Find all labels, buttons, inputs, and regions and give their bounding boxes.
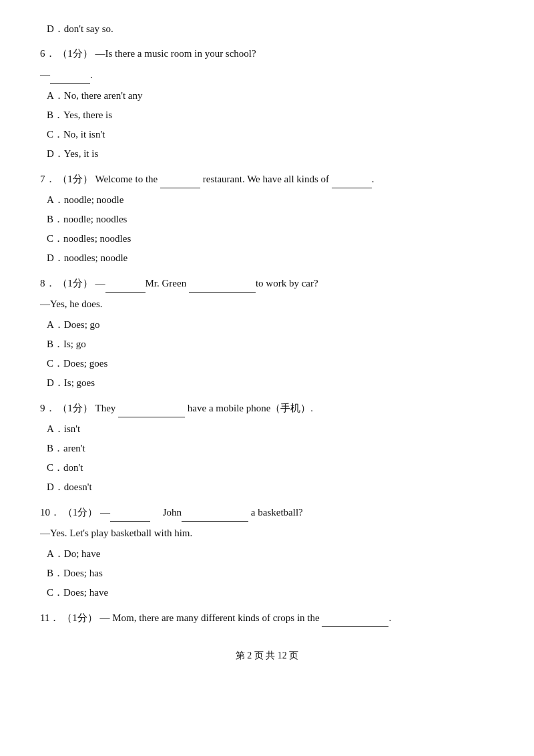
q6-option-b: B．Yes, there is — [47, 106, 494, 124]
q10-option-c-text: C．Does; have — [47, 587, 108, 598]
q6-option-b-text: B．Yes, there is — [47, 110, 112, 120]
q6-answer-line: — . — [40, 65, 494, 84]
q7-option-a: A．noodle; noodle — [47, 191, 494, 209]
q7-option-a-text: A．noodle; noodle — [47, 194, 123, 205]
q7-option-c-text: C．noodles; noodles — [47, 233, 131, 244]
q6-option-d-text: D．Yes, it is — [47, 148, 98, 159]
q9-stem: They have a mobile phone（手机）. — [95, 403, 314, 413]
q6-blank — [50, 65, 90, 84]
q9-option-c: C．don't — [47, 459, 494, 477]
q9-option-d: D．doesn't — [47, 478, 494, 496]
q8-option-b-text: B．Is; go — [47, 339, 86, 349]
q7-option-b: B．noodle; noodles — [47, 210, 494, 228]
q10-option-a-text: A．Do; have — [47, 548, 100, 559]
q8-option-c-text: C．Does; goes — [47, 358, 107, 369]
q7-blank1 — [160, 170, 200, 188]
q6-title: 6． （1分） —Is there a music room in your s… — [40, 45, 494, 63]
question-6: 6． （1分） —Is there a music room in your s… — [40, 45, 494, 163]
q7-stem: Welcome to the restaurant. We have all k… — [95, 174, 374, 184]
q8-blank1 — [105, 274, 146, 293]
q10-option-c: C．Does; have — [47, 584, 494, 602]
q10-number: 10． — [40, 507, 60, 518]
q10-second-line: —Yes. Let's play basketball with him. — [40, 528, 192, 538]
question-11: 11． （1分） — Mom, there are many different… — [40, 608, 494, 627]
q8-title: 8． （1分） — Mr. Green to work by car? — [40, 274, 494, 293]
q6-option-a-text: A．No, there aren't any — [47, 90, 142, 101]
q8-option-d-text: D．Is; goes — [47, 377, 95, 388]
q11-title: 11． （1分） — Mom, there are many different… — [40, 608, 494, 627]
q6-score: （1分） — [57, 48, 93, 59]
question-9: 9． （1分） They have a mobile phone（手机）. A．… — [40, 399, 494, 496]
q6-option-c-text: C．No, it isn't — [47, 129, 105, 140]
q8-option-a: A．Does; go — [47, 316, 494, 334]
q9-option-c-text: C．don't — [47, 462, 83, 473]
prev-d-option: D．don't say so. — [40, 20, 494, 38]
q9-score: （1分） — [57, 403, 93, 413]
q11-score: （1分） — [62, 612, 97, 623]
q6-option-a: A．No, there aren't any — [47, 87, 494, 105]
q6-stem: —Is there a music room in your school? — [95, 48, 256, 59]
q9-blank1 — [118, 399, 185, 417]
q8-option-c: C．Does; goes — [47, 355, 494, 373]
q8-answer-line: —Yes, he does. — [40, 295, 494, 313]
option-d-prev: D．don't say so. — [47, 20, 494, 38]
q7-option-d-text: D．noodles; noodle — [47, 252, 127, 263]
q8-number: 8． — [40, 278, 55, 289]
option-d-prev-text: D．don't say so. — [47, 23, 113, 34]
q11-stem: — Mom, there are many different kinds of… — [99, 612, 391, 623]
q7-blank2 — [332, 170, 372, 188]
q8-stem: — Mr. Green to work by car? — [95, 278, 318, 289]
q11-blank1 — [322, 608, 388, 627]
q7-number: 7． — [40, 174, 55, 184]
q10-score: （1分） — [63, 507, 98, 518]
page-footer-text: 第 2 页 共 12 页 — [236, 650, 299, 660]
q10-title: 10． （1分） — John a basketball? — [40, 503, 494, 522]
q10-option-b-text: B．Does; has — [47, 568, 103, 578]
q7-option-b-text: B．noodle; noodles — [47, 214, 127, 224]
question-7: 7． （1分） Welcome to the restaurant. We ha… — [40, 170, 494, 267]
q6-option-d: D．Yes, it is — [47, 145, 494, 163]
q9-option-a: A．isn't — [47, 420, 494, 438]
q10-option-a: A．Do; have — [47, 545, 494, 563]
q7-title: 7． （1分） Welcome to the restaurant. We ha… — [40, 170, 494, 188]
q8-second-line: —Yes, he does. — [40, 299, 102, 309]
q6-dash: — — [40, 69, 50, 80]
q6-option-c: C．No, it isn't — [47, 126, 494, 144]
q9-option-a-text: A．isn't — [47, 423, 80, 434]
q7-score: （1分） — [57, 174, 93, 184]
q8-option-b: B．Is; go — [47, 335, 494, 353]
q10-stem: — John a basketball? — [100, 507, 303, 518]
q11-number: 11． — [40, 612, 59, 623]
q10-blank1 — [110, 503, 150, 522]
q8-option-d: D．Is; goes — [47, 374, 494, 392]
q6-number: 6． — [40, 48, 55, 59]
page-footer: 第 2 页 共 12 页 — [40, 647, 494, 664]
q9-option-b: B．aren't — [47, 439, 494, 457]
q9-title: 9． （1分） They have a mobile phone（手机）. — [40, 399, 494, 417]
q9-option-b-text: B．aren't — [47, 443, 85, 453]
q7-option-c: C．noodles; noodles — [47, 230, 494, 248]
q9-number: 9． — [40, 403, 55, 413]
q8-score: （1分） — [57, 278, 93, 289]
q10-option-b: B．Does; has — [47, 564, 494, 582]
question-8: 8． （1分） — Mr. Green to work by car? —Yes… — [40, 274, 494, 392]
q7-option-d: D．noodles; noodle — [47, 249, 494, 267]
q10-blank2 — [182, 503, 248, 522]
q8-blank2 — [189, 274, 256, 293]
q9-option-d-text: D．doesn't — [47, 482, 92, 492]
q8-option-a-text: A．Does; go — [47, 319, 100, 330]
question-10: 10． （1分） — John a basketball? —Yes. Let'… — [40, 503, 494, 602]
q10-answer-line: —Yes. Let's play basketball with him. — [40, 524, 494, 542]
